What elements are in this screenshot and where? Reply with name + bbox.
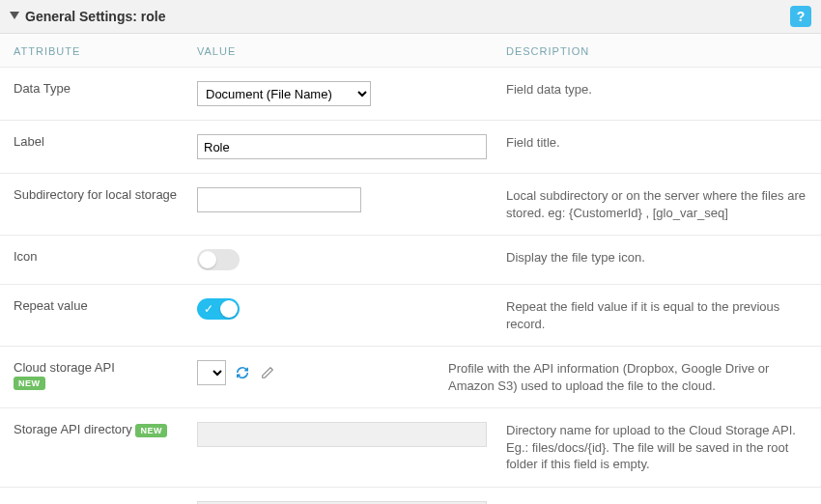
label-repeat: Repeat value [14,298,197,313]
refresh-icon[interactable] [234,364,251,381]
icon-toggle[interactable] [197,249,240,270]
desc-subdir: Local subdirectory or on the server wher… [506,187,807,221]
row-cloud-api: Cloud storage API NEW Profile with the A… [0,347,821,408]
desc-storage-dir: Directory name for upload to the Cloud S… [506,422,807,473]
toggle-knob [199,251,216,268]
row-icon: Icon Display the file type icon. [0,236,821,285]
desc-data-type: Field data type. [506,81,807,98]
columns-header: ATTRIBUTE VALUE DESCRIPTION [0,34,821,68]
row-label: Label Field title. [0,121,821,174]
desc-repeat: Repeat the field value if it is equal to… [506,298,807,332]
label-storage-dir-text: Storage API directory [14,422,132,436]
desc-cloud-api: Profile with the API information (Dropbo… [448,360,807,394]
col-header-attribute: ATTRIBUTE [14,45,197,57]
row-subdir: Subdirectory for local storage Local sub… [0,174,821,236]
label-input[interactable] [197,134,487,159]
data-type-select[interactable]: Document (File Name) [197,81,371,106]
row-data-type: Data Type Document (File Name) Field dat… [0,68,821,121]
new-badge: NEW [135,424,167,437]
svg-marker-0 [10,12,19,19]
label-label: Label [14,134,197,149]
collapse-icon[interactable] [10,12,19,21]
cloud-api-select[interactable] [197,360,226,385]
label-icon: Icon [14,249,197,264]
label-cloud-api-text: Cloud storage API [14,360,115,375]
storage-dir-input [197,422,487,447]
panel-title: General Settings: role [25,9,165,24]
col-header-value: VALUE [197,45,506,57]
row-repeat: Repeat value ✓ Repeat the field value if… [0,285,821,347]
col-header-description: DESCRIPTION [506,45,807,57]
desc-icon: Display the file type icon. [506,249,807,266]
panel-header: General Settings: role ? [0,0,821,34]
label-subdir: Subdirectory for local storage [14,187,197,202]
toggle-knob [220,300,238,318]
new-badge: NEW [14,377,45,390]
row-storage-cache: Storage API cache directory NEW Local di… [0,488,821,504]
edit-icon[interactable] [259,364,276,381]
label-cloud-api: Cloud storage API NEW [14,360,197,390]
check-icon: ✓ [204,302,213,316]
label-data-type: Data Type [14,81,197,96]
row-storage-dir: Storage API directory NEW Directory name… [0,408,821,488]
settings-panel: General Settings: role ? ATTRIBUTE VALUE… [0,0,821,504]
help-button[interactable]: ? [790,6,811,27]
subdir-input[interactable] [197,187,361,212]
desc-label: Field title. [506,134,807,152]
label-storage-dir: Storage API directory NEW [14,422,197,437]
repeat-toggle[interactable]: ✓ [197,298,240,320]
